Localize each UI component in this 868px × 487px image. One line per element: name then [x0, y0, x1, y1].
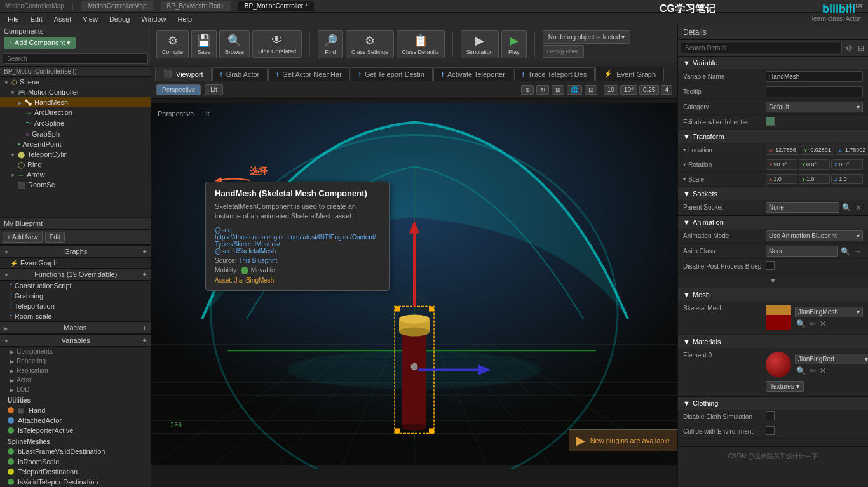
angle-value[interactable]: 10°	[620, 85, 637, 95]
var-hand[interactable]: ▦ Hand	[0, 405, 151, 415]
var-isvalidteleport[interactable]: IsValidTeleportDestination	[0, 477, 151, 487]
tree-item-arrow[interactable]: → Arrow	[0, 170, 151, 180]
rotate-button[interactable]: ↻	[536, 85, 549, 95]
category-dropdown[interactable]: Default ▾	[766, 102, 863, 112]
scale-value[interactable]: 0.25	[639, 85, 659, 95]
simulation-button[interactable]: ▶ Simulation	[461, 30, 499, 58]
browse-button[interactable]: 🔍 Browse	[219, 30, 250, 58]
tree-item-arcspline[interactable]: 〜 ArcSpline	[0, 117, 151, 129]
window-maximize[interactable]: □	[840, 3, 844, 10]
mat-edit[interactable]: ✏	[808, 366, 817, 375]
variables-add[interactable]: +	[143, 337, 147, 344]
func-teleportation[interactable]: f Teleportation	[0, 301, 151, 311]
socket-search-button[interactable]: 🔍	[841, 203, 853, 212]
var-attachedactor[interactable]: AttachedActor	[0, 415, 151, 425]
add-new-button[interactable]: + Add New	[3, 232, 43, 243]
var-section-replication[interactable]: Replication	[0, 366, 151, 375]
mesh-clear[interactable]: ✕	[818, 319, 827, 328]
tree-item-grabsph[interactable]: ○ GrabSph	[0, 129, 151, 139]
menu-debug[interactable]: Debug	[104, 14, 135, 24]
scale-button[interactable]: ⊞	[552, 85, 564, 95]
mesh-edit[interactable]: ✏	[808, 319, 817, 328]
location-y-field[interactable]: Y-0.02801	[801, 145, 834, 155]
edit-button[interactable]: Edit	[45, 232, 65, 243]
tree-item-scene[interactable]: ⬡ Scene	[0, 77, 151, 87]
scale-y-field[interactable]: Y1.0	[799, 174, 831, 184]
details-search-input[interactable]	[681, 43, 842, 53]
materials-header[interactable]: ▼ Materials	[678, 335, 868, 348]
var-section-lod[interactable]: LOD	[0, 385, 151, 394]
snap-button[interactable]: ⊡	[585, 85, 597, 95]
anim-mode-dropdown[interactable]: Use Animation Blueprint ▾	[766, 230, 863, 241]
functions-add[interactable]: +	[143, 270, 147, 278]
mesh-browse[interactable]: 🔍	[795, 319, 807, 328]
macros-header[interactable]: Macros +	[0, 322, 151, 334]
disable-cloth-checkbox[interactable]	[766, 411, 775, 420]
tree-item-handmesh[interactable]: 🦴 HandMesh	[0, 97, 151, 107]
hide-unrelated-button[interactable]: 👁 Hide Unrelated	[252, 30, 302, 58]
menu-edit[interactable]: Edit	[25, 14, 48, 24]
func-grabbing[interactable]: f Grabbing	[0, 291, 151, 301]
tooltip-input[interactable]	[766, 86, 863, 97]
menu-asset[interactable]: Asset	[49, 14, 77, 24]
var-blastframe[interactable]: bLastFrameValidDestination	[0, 446, 151, 457]
transform-section-header[interactable]: ▼ Transform	[678, 130, 868, 143]
func-constructionscript[interactable]: f ConstructionScript	[0, 281, 151, 291]
textures-button[interactable]: Textures ▾	[766, 381, 804, 392]
rotation-y-field[interactable]: Y0.0°	[799, 159, 831, 170]
var-isroomscale[interactable]: IsRoomScale	[0, 457, 151, 467]
class-settings-button[interactable]: ⚙ Class Settings	[346, 30, 394, 58]
location-z-field[interactable]: Z-1.78902	[836, 145, 868, 155]
mesh-header[interactable]: ▼ Mesh	[678, 288, 868, 301]
functions-header[interactable]: Functions (19 Overridable) +	[0, 269, 151, 281]
rotation-x-field[interactable]: X90.0°	[766, 159, 797, 170]
var-section-rendering[interactable]: Rendering	[0, 356, 151, 366]
func-roomscale[interactable]: f Room-scale	[0, 311, 151, 321]
animation-header[interactable]: ▼ Animation	[678, 216, 868, 229]
var-isteleporteractive[interactable]: IsTeleporterActive	[0, 425, 151, 436]
menu-help[interactable]: Help	[172, 14, 197, 24]
world-button[interactable]: 🌐	[567, 85, 582, 95]
snap-value-10[interactable]: 10	[604, 85, 618, 95]
disable-post-checkbox[interactable]	[766, 261, 775, 270]
location-x-field[interactable]: X-12.7856	[766, 145, 799, 155]
scale-x-field[interactable]: X1.0	[766, 174, 797, 184]
details-expand-button[interactable]: ⊟	[857, 44, 865, 53]
translate-button[interactable]: ⊕	[521, 85, 534, 95]
perspective-button[interactable]: Perspective	[156, 84, 201, 95]
tab-activate-teleporter[interactable]: f Activate Teleporter	[433, 67, 513, 81]
rotation-z-field[interactable]: Z0.0°	[831, 159, 863, 170]
tab-viewport[interactable]: ⬛ Viewport	[155, 67, 212, 81]
scale-z-field[interactable]: Z1.0	[831, 174, 863, 184]
menu-file[interactable]: File	[3, 14, 24, 24]
tab-motioncontroller[interactable]: BP_MotionController *	[238, 1, 314, 11]
tab-event-graph[interactable]: ⚡ Event Graph	[595, 67, 664, 81]
tree-item-motioncontroller[interactable]: 🎮 MotionController	[0, 87, 151, 97]
macros-add[interactable]: +	[143, 324, 147, 331]
anim-class-dropdown[interactable]: None	[766, 246, 838, 257]
compile-button[interactable]: ⚙ Compile	[156, 30, 189, 58]
menu-view[interactable]: View	[78, 14, 103, 24]
add-component-button[interactable]: + Add Component ▾	[4, 37, 76, 49]
details-settings-button[interactable]: ⚙	[844, 44, 854, 53]
mat-search[interactable]: 🔍	[795, 366, 807, 375]
clothing-header[interactable]: ▼ Clothing	[678, 397, 868, 410]
mat-clear[interactable]: ✕	[818, 366, 827, 375]
parent-socket-dropdown[interactable]: None	[766, 202, 839, 213]
tree-item-arcendpoint[interactable]: • ArcEndPoint	[0, 139, 151, 149]
anim-class-search[interactable]: 🔍	[839, 247, 851, 256]
window-minimize[interactable]: ─	[823, 3, 828, 10]
tab-trace-teleport[interactable]: f Trace Teleport Des	[514, 67, 595, 81]
tree-item-roomsc[interactable]: ⬛ RoomSc	[0, 180, 151, 190]
editable-checkbox[interactable]	[766, 117, 775, 126]
play-button[interactable]: ▶ Play	[501, 30, 527, 58]
lit-button[interactable]: Lit	[205, 84, 223, 95]
material-dropdown[interactable]: JianBingRed ▾	[795, 354, 868, 364]
socket-clear-button[interactable]: ✕	[854, 203, 863, 212]
tab-get-actor[interactable]: f Get Actor Near Har	[268, 67, 350, 81]
tab-get-teleport[interactable]: f Get Teleport Destin	[351, 67, 433, 81]
collide-env-checkbox[interactable]	[766, 426, 775, 435]
tree-item-teleportcylin[interactable]: ⬤ TeleportCylin	[0, 149, 151, 159]
variable-section-header[interactable]: ▼ Variable	[678, 57, 868, 69]
anim-class-arrow[interactable]: →	[853, 247, 863, 256]
